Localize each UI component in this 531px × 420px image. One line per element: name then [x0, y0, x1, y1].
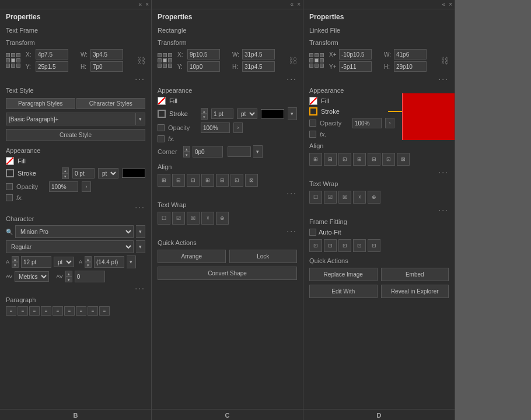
- more-transform-c[interactable]: ···: [303, 74, 455, 83]
- wrap-none-icon[interactable]: ☐: [158, 212, 170, 225]
- opacity-a-chevron[interactable]: ›: [82, 181, 91, 192]
- reveal-in-explorer-button[interactable]: Reveal in Explorer: [381, 285, 449, 298]
- stroke-b-up-btn[interactable]: ▴: [201, 108, 208, 114]
- opacity-a-check[interactable]: [6, 183, 13, 190]
- lead-up-btn[interactable]: ▴: [85, 256, 92, 262]
- fill-b-swatch[interactable]: [158, 97, 166, 105]
- chain-icon-b[interactable]: ⛓: [289, 56, 297, 65]
- c-wrap-object-icon[interactable]: ☓: [353, 191, 366, 204]
- x-input[interactable]: [36, 49, 68, 60]
- align-j4-btn[interactable]: ≡: [76, 306, 86, 316]
- c-align-left-icon[interactable]: ⊞: [309, 153, 322, 166]
- y-input[interactable]: [36, 61, 68, 72]
- chain-icon-c[interactable]: ⛓: [441, 56, 449, 65]
- style-select[interactable]: Regular: [6, 240, 134, 253]
- corner-down-btn[interactable]: ▾: [183, 152, 190, 158]
- corner-style-arrow[interactable]: ▾: [253, 145, 263, 158]
- lead-down-btn[interactable]: ▾: [85, 262, 92, 268]
- size-down-btn[interactable]: ▾: [12, 262, 19, 268]
- stroke-up-btn[interactable]: ▴: [62, 167, 69, 173]
- bh-input[interactable]: [242, 61, 275, 72]
- stroke-b-input[interactable]: [211, 108, 233, 119]
- fit-frame-btn[interactable]: ⊡: [324, 239, 337, 252]
- opacity-c-chevron[interactable]: ›: [385, 118, 394, 128]
- c-align-top-icon[interactable]: ⊞: [353, 153, 366, 166]
- create-style-button[interactable]: Create Style: [6, 129, 145, 141]
- tracking-input[interactable]: [75, 271, 105, 282]
- more-transform-a[interactable]: ···: [0, 74, 151, 83]
- c-align-right-icon[interactable]: ⊡: [338, 153, 351, 166]
- style-dropdown-arrow[interactable]: ▾: [136, 113, 145, 125]
- stroke-b-color[interactable]: [261, 109, 284, 118]
- leading-input[interactable]: [94, 256, 124, 268]
- panel-a-close-icon[interactable]: ×: [145, 1, 149, 8]
- size-unit[interactable]: pt: [54, 257, 74, 267]
- stroke-b-type[interactable]: pt: [237, 108, 257, 119]
- kern-select[interactable]: Metrics: [15, 271, 49, 282]
- align-bottom-icon[interactable]: ⊡: [230, 174, 243, 187]
- size-up-btn[interactable]: ▴: [12, 256, 19, 262]
- fill-a-swatch[interactable]: [6, 157, 14, 165]
- panel-a-collapse-icon[interactable]: «: [139, 1, 142, 8]
- font-select[interactable]: Minion Pro: [15, 225, 134, 238]
- size-input[interactable]: [21, 256, 51, 268]
- corner-up-btn[interactable]: ▴: [183, 146, 190, 152]
- c-align-bottom-icon[interactable]: ⊡: [382, 153, 395, 166]
- panel-b-collapse-icon[interactable]: «: [291, 1, 294, 8]
- opacity-b-input[interactable]: [201, 123, 230, 133]
- style-input[interactable]: [6, 113, 136, 125]
- opacity-c-input[interactable]: [352, 118, 382, 128]
- fit-center-btn[interactable]: ⊡: [368, 239, 380, 252]
- opacity-b-check[interactable]: [158, 124, 165, 131]
- stroke-a-type[interactable]: pt: [98, 168, 118, 178]
- align-right-icon[interactable]: ⊡: [187, 174, 200, 187]
- cy-input[interactable]: [339, 61, 372, 72]
- stroke-b-swatch[interactable]: [158, 110, 166, 118]
- fx-c-check[interactable]: [309, 131, 316, 138]
- w-input[interactable]: [90, 49, 123, 60]
- chain-icon-a[interactable]: ⛓: [137, 56, 145, 65]
- align-right-btn[interactable]: ≡: [29, 306, 40, 316]
- track-down-btn[interactable]: ▾: [65, 276, 72, 282]
- fit-prop-btn[interactable]: ⊡: [338, 239, 351, 252]
- more-textwrap-b[interactable]: ···: [152, 226, 303, 236]
- corner-style-swatch[interactable]: [228, 146, 251, 157]
- stroke-c-swatch[interactable]: [309, 107, 317, 116]
- opacity-b-chevron[interactable]: ›: [233, 123, 243, 133]
- more-transform-b[interactable]: ···: [152, 74, 303, 83]
- fx-b-check[interactable]: [158, 135, 165, 142]
- align-justify-btn[interactable]: ≡: [41, 306, 51, 316]
- panel-b-close-icon[interactable]: ×: [297, 1, 301, 8]
- by-input[interactable]: [187, 61, 220, 72]
- cx-input[interactable]: [339, 49, 372, 60]
- stroke-down-btn[interactable]: ▾: [62, 173, 69, 179]
- wrap-box-icon[interactable]: ☑: [172, 212, 185, 225]
- align-j3-btn[interactable]: ≡: [64, 306, 75, 316]
- ch-input[interactable]: [394, 61, 427, 72]
- opacity-a-input[interactable]: [49, 181, 78, 192]
- arrange-button[interactable]: Arrange: [158, 250, 226, 263]
- stroke-a-swatch[interactable]: [6, 169, 14, 177]
- c-align-dist-icon[interactable]: ⊠: [397, 153, 410, 166]
- c-wrap-contour-icon[interactable]: ☒: [338, 191, 351, 204]
- c-wrap-box-icon[interactable]: ☑: [324, 191, 337, 204]
- wrap-object-icon[interactable]: ☓: [201, 212, 214, 225]
- h-input[interactable]: [90, 61, 123, 72]
- bw-input[interactable]: [242, 49, 275, 60]
- align-left-icon[interactable]: ⊞: [158, 174, 170, 187]
- auto-fit-check[interactable]: [309, 229, 316, 236]
- corner-input[interactable]: [193, 146, 223, 158]
- fit-content-btn[interactable]: ⊡: [309, 239, 322, 252]
- panel-c-collapse-icon[interactable]: «: [442, 1, 446, 8]
- c-wrap-none-icon[interactable]: ☐: [309, 191, 322, 204]
- c-align-hc-icon[interactable]: ⊟: [324, 153, 337, 166]
- align-j5-btn[interactable]: ≡: [88, 306, 98, 316]
- font-arrow[interactable]: ▾: [136, 225, 145, 238]
- panel-c-close-icon[interactable]: ×: [449, 1, 452, 8]
- wrap-contour-icon[interactable]: ☒: [187, 212, 200, 225]
- fit-fill-btn[interactable]: ⊡: [353, 239, 366, 252]
- align-center-btn[interactable]: ≡: [18, 306, 28, 316]
- stroke-a-input[interactable]: [72, 168, 95, 178]
- lead-arrow[interactable]: ▾: [127, 256, 136, 268]
- align-dist-icon[interactable]: ⊠: [245, 174, 258, 187]
